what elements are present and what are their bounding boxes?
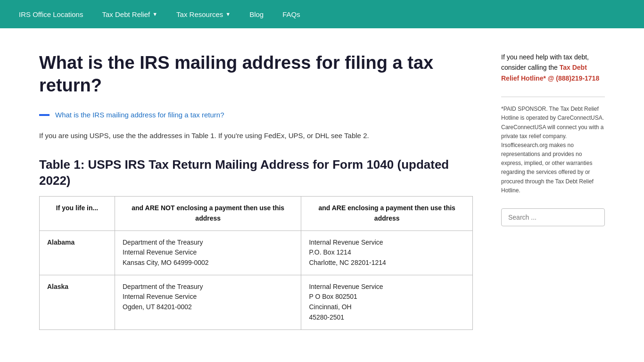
- nav-link-irs-office-locations[interactable]: IRS Office Locations: [19, 10, 83, 18]
- nav-link-tax-debt-relief[interactable]: Tax Debt Relief ▼: [102, 10, 157, 18]
- table-cell-no-payment: Department of the Treasury Internal Reve…: [115, 230, 301, 275]
- intro-text: If you are using USPS, use the the addre…: [39, 130, 473, 142]
- table-header-row: If you life in... and ARE NOT enclosing …: [40, 197, 473, 230]
- main-nav: IRS Office LocationsTax Debt Relief ▼Tax…: [0, 0, 644, 28]
- table-cell-with-payment: Internal Revenue Service P.O. Box 1214 C…: [301, 230, 473, 275]
- sidebar: If you need help with tax debt, consider…: [501, 52, 605, 330]
- toc-link[interactable]: What is the IRS mailing address for fili…: [55, 111, 224, 119]
- chevron-down-icon: ▼: [152, 11, 157, 17]
- page-title: What is the IRS mailing address for fili…: [39, 52, 473, 97]
- col-header-state: If you life in...: [40, 197, 115, 230]
- col-header-no-payment: and ARE NOT enclosing a payment then use…: [115, 197, 301, 230]
- table-row: AlaskaDepartment of the Treasury Interna…: [40, 275, 473, 329]
- table-cell-state: Alabama: [40, 230, 115, 275]
- main-content: What is the IRS mailing address for fili…: [39, 52, 473, 330]
- sidebar-ad: If you need help with tax debt, consider…: [501, 52, 605, 83]
- col-header-with-payment: and ARE enclosing a payment then use thi…: [301, 197, 473, 230]
- nav-link-faqs[interactable]: FAQs: [282, 10, 300, 18]
- nav-link-tax-resources[interactable]: Tax Resources ▼: [176, 10, 231, 18]
- toc-bar: [39, 114, 50, 116]
- mailing-address-table: If you life in... and ARE NOT enclosing …: [39, 196, 473, 329]
- table-cell-with-payment: Internal Revenue Service P O Box 802501 …: [301, 275, 473, 329]
- sidebar-disclaimer: *PAID SPONSOR. The Tax Debt Relief Hotli…: [501, 97, 605, 195]
- table-cell-no-payment: Department of the Treasury Internal Reve…: [115, 275, 301, 329]
- table-cell-state: Alaska: [40, 275, 115, 329]
- search-input[interactable]: [501, 208, 605, 226]
- table-row: AlabamaDepartment of the Treasury Intern…: [40, 230, 473, 275]
- chevron-down-icon: ▼: [225, 11, 231, 17]
- table-title: Table 1: USPS IRS Tax Return Mailing Add…: [39, 157, 473, 189]
- nav-link-blog[interactable]: Blog: [249, 10, 264, 18]
- toc-item: What is the IRS mailing address for fili…: [39, 111, 473, 119]
